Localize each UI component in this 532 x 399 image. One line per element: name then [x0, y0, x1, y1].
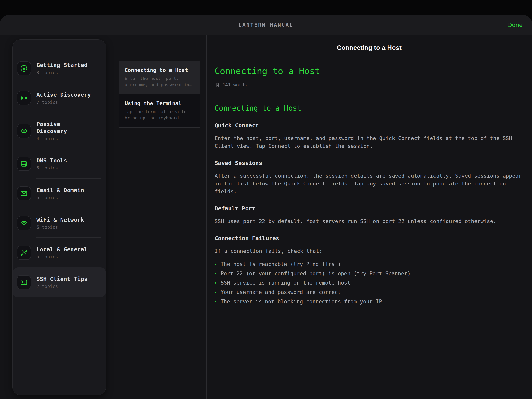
- star-circle-icon: [17, 61, 31, 75]
- body-quick-connect: Enter the host, port, username, and pass…: [215, 135, 524, 150]
- topic-snippet: Tap the terminal area to bring up the ke…: [125, 109, 195, 121]
- category-title: Email & Domain: [36, 187, 84, 194]
- sidebar-item-active-discovery[interactable]: Active Discovery 7 topics: [13, 83, 106, 113]
- category-title: Local & General: [36, 246, 88, 253]
- category-sidebar: Getting Started 3 topics Active: [0, 35, 119, 399]
- category-topic-count: 6 topics: [36, 225, 84, 230]
- topic-list: Connecting to a Host Enter the host, por…: [119, 35, 206, 399]
- category-title: DNS Tools: [36, 157, 67, 164]
- checklist-item: SSH service is running on the remote hos…: [215, 279, 524, 287]
- server-icon: [17, 157, 31, 171]
- category-topic-count: 7 topics: [36, 100, 91, 105]
- word-count: 141 words: [222, 82, 247, 87]
- terminal-icon: [17, 275, 31, 289]
- sidebar-item-getting-started[interactable]: Getting Started 3 topics: [13, 54, 106, 83]
- category-topic-count: 3 topics: [36, 70, 88, 75]
- category-title: SSH Client Tips: [36, 276, 88, 283]
- heading-default-port: Default Port: [215, 205, 524, 212]
- heading-saved-sessions: Saved Sessions: [215, 160, 524, 166]
- category-title: WiFi & Network: [36, 216, 84, 223]
- topic-item-using-the-terminal[interactable]: Using the Terminal Tap the terminal area…: [119, 94, 200, 128]
- sidebar-item-dns-tools[interactable]: DNS Tools 5 topics: [13, 149, 106, 179]
- manual-sheet: LANTERN MANUAL Done Getting Started 3 to…: [0, 15, 532, 399]
- category-topic-count: 5 topics: [36, 254, 88, 259]
- sidebar-item-ssh-client-tips[interactable]: SSH Client Tips 2 topics: [13, 268, 106, 297]
- topic-title: Using the Terminal: [125, 100, 195, 106]
- bullet-dot-icon: [215, 282, 216, 284]
- category-topic-count: 5 topics: [36, 165, 67, 170]
- bullet-dot-icon: [215, 273, 216, 274]
- eye-icon: [17, 124, 31, 138]
- category-title: Getting Started: [36, 62, 88, 69]
- tools-icon: [17, 246, 31, 260]
- category-topic-count: 4 topics: [36, 136, 93, 141]
- bullet-dot-icon: [215, 264, 216, 265]
- top-navbar: LANTERN MANUAL Done: [0, 15, 532, 35]
- app-title: LANTERN MANUAL: [239, 22, 293, 28]
- heading-connection-failures: Connection Failures: [215, 235, 524, 242]
- category-topic-count: 2 topics: [36, 284, 88, 289]
- wifi-icon: [17, 216, 31, 230]
- antenna-icon: [17, 91, 31, 105]
- envelope-icon: [17, 187, 31, 200]
- content-row: Getting Started 3 topics Active: [0, 35, 532, 399]
- done-button[interactable]: Done: [506, 15, 524, 35]
- meta-divider: [215, 93, 524, 93]
- bullet-dot-icon: [215, 292, 216, 293]
- article-pane: Connecting to a Host Connecting to a Hos…: [206, 35, 532, 399]
- body-saved-sessions: After a successful connection, the sessi…: [215, 172, 524, 195]
- document-icon: [215, 82, 220, 87]
- category-title: Passive Discovery: [36, 121, 93, 135]
- sidebar-item-email-domain[interactable]: Email & Domain 6 topics: [13, 179, 106, 208]
- failure-checklist: The host is reachable (try Ping first) P…: [215, 260, 524, 305]
- article-meta: 141 words: [215, 82, 524, 87]
- article-title: Connecting to a Host: [215, 66, 524, 76]
- body-connection-failures-intro: If a connection fails, check that:: [215, 247, 524, 255]
- sidebar-item-wifi-network[interactable]: WiFi & Network 6 topics: [13, 208, 106, 238]
- sidebar-item-local-general[interactable]: Local & General 5 topics: [13, 238, 106, 268]
- heading-quick-connect: Quick Connect: [215, 122, 524, 129]
- checklist-item: Port 22 (or your configured port) is ope…: [215, 270, 524, 277]
- topic-item-connecting-to-a-host[interactable]: Connecting to a Host Enter the host, por…: [119, 61, 200, 94]
- sidebar-item-passive-discovery[interactable]: Passive Discovery 4 topics: [13, 113, 106, 149]
- manual-screen: LANTERN MANUAL Done Getting Started 3 to…: [0, 0, 532, 399]
- article-section-title: Connecting to a Host: [215, 104, 524, 112]
- category-topic-count: 6 topics: [36, 195, 84, 200]
- category-card: Getting Started 3 topics Active: [13, 39, 106, 395]
- topic-title: Connecting to a Host: [125, 67, 195, 73]
- checklist-item: The host is reachable (try Ping first): [215, 260, 524, 268]
- body-default-port: SSH uses port 22 by default. Most server…: [215, 217, 524, 225]
- category-title: Active Discovery: [36, 91, 91, 98]
- checklist-item: The server is not blocking connections f…: [215, 298, 524, 305]
- bullet-dot-icon: [215, 301, 216, 302]
- topic-snippet: Enter the host, port, username, and pass…: [125, 75, 195, 88]
- article-nav-title: Connecting to a Host: [215, 44, 524, 51]
- checklist-item: Your username and password are correct: [215, 288, 524, 296]
